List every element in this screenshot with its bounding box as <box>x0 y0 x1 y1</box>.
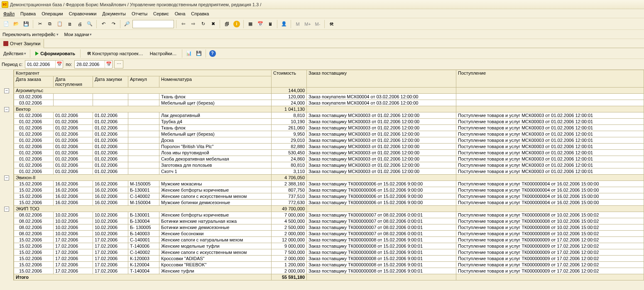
collapse-toggle[interactable]: − <box>4 107 9 112</box>
data-row[interactable]: 01.02.200601.02.200601.02.2006Поролон "B… <box>14 144 644 150</box>
data-row[interactable]: 15.02.200616.02.200616.02.2006Б-130001Же… <box>14 187 644 193</box>
data-row[interactable]: 15.02.200617.02.200617.02.2006Т-140006Же… <box>14 243 644 249</box>
tab-report-purchases[interactable]: Отчет Закупки <box>0 39 44 48</box>
data-row[interactable]: 15.02.200617.02.200617.02.2006К-120004Кр… <box>14 262 644 268</box>
data-row[interactable]: 01.02.200601.02.200601.02.2006Заготовка … <box>14 162 644 168</box>
data-row[interactable]: 01.02.200601.02.200601.02.2006Мебельный … <box>14 131 644 137</box>
data-row[interactable]: 01.02.200601.02.200601.02.2006Доска29,01… <box>14 137 644 144</box>
menu-edit[interactable]: Правка <box>20 11 36 16</box>
data-row[interactable]: 15.02.200617.02.200617.02.2006С-140002Же… <box>14 249 644 256</box>
constructor-button[interactable]: 🛠 Конструктор настроек… <box>83 49 146 58</box>
search-input[interactable] <box>132 20 174 28</box>
report-area: −−−− Контрагент Стоимость Заказ поставщи… <box>0 70 644 280</box>
data-row[interactable]: 08.02.200610.02.200610.02.2006Б-130001Же… <box>14 212 644 218</box>
print-icon[interactable]: 🖨 <box>75 19 84 29</box>
separator <box>291 20 291 28</box>
data-row[interactable]: 08.02.200610.02.200610.02.2006Б- 130005Б… <box>14 224 644 231</box>
group-row[interactable]: Агроимпульс144,000 <box>14 88 644 94</box>
copy-icon[interactable]: ⧉ <box>45 19 54 29</box>
data-row[interactable]: 01.02.200601.02.200601.02.2006Лоза ивы п… <box>14 150 644 156</box>
open-icon[interactable]: 📂 <box>12 19 21 29</box>
user-icon[interactable]: 👤 <box>279 19 289 29</box>
menu-windows[interactable]: Окна <box>175 11 186 16</box>
data-row[interactable]: 15.02.200617.02.200617.02.2006С-140001Же… <box>14 237 644 243</box>
header-article: Артикул <box>128 76 159 88</box>
data-row[interactable]: 03.02.2006Мебельный щит (береза)24,000За… <box>14 100 644 106</box>
find-icon[interactable]: 🔎 <box>122 19 132 29</box>
report-table: Контрагент Стоимость Заказ поставщику По… <box>14 70 644 280</box>
m-icon[interactable]: M <box>293 19 302 29</box>
date-to-field[interactable]: 📅 <box>74 60 113 68</box>
date-from-field[interactable]: 📅 <box>25 60 63 68</box>
menu-help[interactable]: Справка <box>191 11 209 16</box>
data-row[interactable]: 15.02.200616.02.200616.02.2006С-140002Же… <box>14 193 644 200</box>
nav-forward-icon[interactable]: ⇨ <box>189 19 198 29</box>
my-tasks-dropdown[interactable]: Мои задачи <box>64 32 92 37</box>
date-to-input[interactable] <box>75 61 105 68</box>
calendar-icon[interactable]: 📅 <box>55 61 63 68</box>
list-icon[interactable]: ▦ <box>246 19 255 29</box>
data-row[interactable]: 15.02.200616.02.200616.02.2006М-150004Му… <box>14 200 644 206</box>
data-row[interactable]: 01.02.200601.02.200601.02.2006Лак декора… <box>14 112 644 119</box>
m-minus-icon[interactable]: M- <box>313 19 322 29</box>
separator <box>33 20 33 28</box>
menu-references[interactable]: Справочники <box>69 11 97 16</box>
calculator-icon[interactable]: 🖩 <box>266 19 275 29</box>
data-row[interactable]: 15.02.200617.02.200617.02.2006К-120003Кр… <box>14 256 644 262</box>
export-icon[interactable]: 📊 <box>184 49 193 58</box>
data-row[interactable]: 01.02.200601.02.200601.02.2006Ткань флок… <box>14 125 644 131</box>
group-row[interactable]: ЭКИП ТОО49 700,000 <box>14 206 644 212</box>
separator <box>277 20 277 28</box>
stop-icon[interactable]: ✖ <box>208 19 218 29</box>
period-to-label: по: <box>66 62 72 67</box>
calendar-icon[interactable]: 📅 <box>105 61 112 68</box>
data-row[interactable]: 15.02.200616.02.200616.02.2006М-150005Му… <box>14 181 644 187</box>
save-settings-icon[interactable]: 💾 <box>194 49 203 58</box>
data-row[interactable]: 01.02.200601.02.200601.02.2006Скотч 13,1… <box>14 168 644 175</box>
refresh-icon[interactable]: ↻ <box>198 19 208 29</box>
menu-documents[interactable]: Документы <box>102 11 126 16</box>
separator <box>30 49 30 58</box>
cut-icon[interactable]: ✂ <box>35 19 44 29</box>
collapse-toggle[interactable]: − <box>4 88 9 93</box>
generate-button[interactable]: Сформировать <box>32 49 78 58</box>
period-from-label: Период с: <box>2 62 22 67</box>
total-row: Итого55 591,180 <box>14 274 644 280</box>
group-row[interactable]: Эвихон-II4 706,050 <box>14 175 644 181</box>
info-icon[interactable]: i <box>232 19 241 29</box>
menu-service[interactable]: Сервис <box>153 11 169 16</box>
collapse-toggle[interactable]: − <box>4 207 9 212</box>
switch-interface-dropdown[interactable]: Переключить интерфейс <box>2 32 59 37</box>
data-row[interactable]: 08.02.200610.02.200610.02.2006Б-140003Же… <box>14 231 644 237</box>
settings-button[interactable]: Настройки… <box>147 49 180 58</box>
compare-icon[interactable]: 🗎 <box>65 19 74 29</box>
calendar-icon[interactable]: 📅 <box>256 19 265 29</box>
collapse-toggle[interactable]: − <box>4 175 9 180</box>
menu-file[interactable]: Файл <box>3 11 15 16</box>
actions-dropdown[interactable]: Действия <box>2 51 28 56</box>
nav-back-icon[interactable]: ⇦ <box>179 19 188 29</box>
redo-icon[interactable]: ↷ <box>109 19 118 29</box>
tools-icon[interactable]: 🛠 <box>327 19 336 29</box>
data-row[interactable]: 03.02.2006Ткань флок120,000Заказ покупат… <box>14 94 644 100</box>
separator <box>176 20 176 28</box>
help-button[interactable]: ? <box>208 49 217 58</box>
header-contragent: Контрагент <box>14 70 272 76</box>
date-from-input[interactable] <box>25 61 55 68</box>
paste-icon[interactable]: 📋 <box>55 19 64 29</box>
preview-icon[interactable]: 🔍 <box>85 19 94 29</box>
menu-reports[interactable]: Отчеты <box>132 11 147 16</box>
new-icon[interactable]: 📄 <box>2 19 11 29</box>
data-row[interactable]: 08.02.200610.02.200610.02.2006Б-130004Бо… <box>14 218 644 224</box>
undo-icon[interactable]: ↶ <box>99 19 108 29</box>
m-plus-icon[interactable]: M+ <box>303 19 312 29</box>
period-picker-button[interactable]: ⋯ <box>114 60 123 68</box>
play-icon <box>35 51 39 56</box>
copy-doc-icon[interactable]: 🗐 <box>222 19 231 29</box>
menu-operations[interactable]: Операции <box>42 11 63 16</box>
group-row[interactable]: Вектор1 041,130 <box>14 106 644 112</box>
data-row[interactable]: 01.02.200601.02.200601.02.2006Скоба деко… <box>14 156 644 162</box>
save-icon[interactable]: 💾 <box>22 19 31 29</box>
data-row[interactable]: 15.02.200617.02.200617.02.2006Т-140004Же… <box>14 268 644 274</box>
data-row[interactable]: 01.02.200601.02.200601.02.2006Трубка д41… <box>14 119 644 125</box>
